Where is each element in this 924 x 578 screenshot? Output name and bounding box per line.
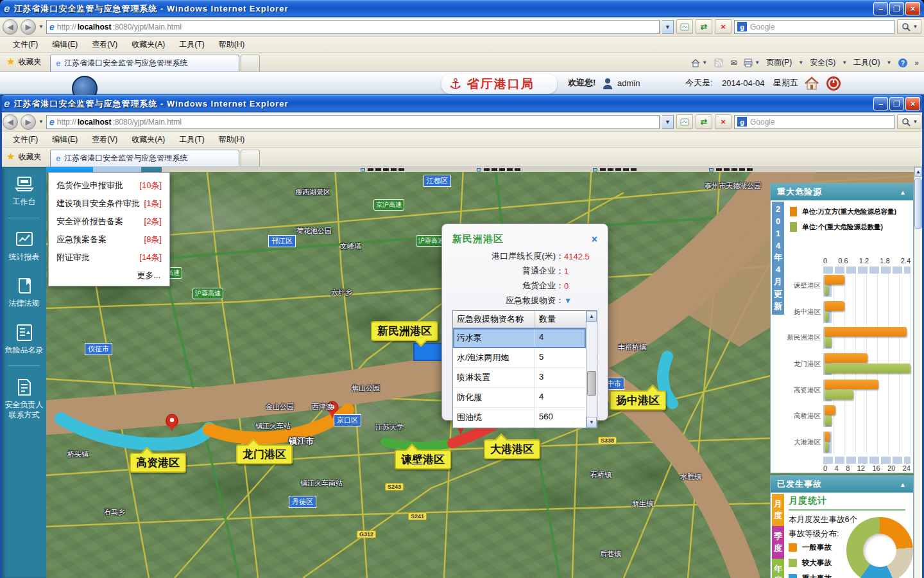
minimize-button[interactable]: – xyxy=(873,97,888,110)
outer-title-bar[interactable]: e 江苏省港口安全监管与应急管理系统 - Windows Internet Ex… xyxy=(0,0,924,17)
tab-fragment[interactable] xyxy=(93,167,141,172)
collapse-icon[interactable]: ▲ xyxy=(900,481,907,488)
help-button[interactable]: ? xyxy=(898,58,908,68)
scroll-thumb[interactable] xyxy=(587,371,596,396)
new-tab-stub[interactable] xyxy=(241,55,260,71)
search-button[interactable]: ▼ xyxy=(897,19,921,34)
close-button[interactable]: × xyxy=(905,2,920,15)
security-menu[interactable]: 安全(S) xyxy=(810,57,835,68)
search-button[interactable]: ▼ xyxy=(897,114,921,129)
back-button[interactable]: ◀ xyxy=(3,19,18,35)
menu-item-1[interactable]: 编辑(E) xyxy=(46,132,84,147)
table-scrollbar[interactable]: ▲ ▼ xyxy=(586,311,597,428)
port-area-label[interactable]: 大港港区 xyxy=(484,439,540,459)
compat-view-button[interactable] xyxy=(676,19,693,34)
port-area-label[interactable]: 龙门港区 xyxy=(236,444,293,464)
period-tab-2[interactable]: 年度 xyxy=(772,559,784,578)
mail-button[interactable]: ✉ xyxy=(730,58,737,67)
logout-power-icon[interactable] xyxy=(825,75,842,94)
refresh-button[interactable]: ⇄ xyxy=(696,19,712,34)
sidebar-item-contact[interactable]: 安全负责人联系方式 xyxy=(2,370,46,426)
feeds-button[interactable] xyxy=(714,58,724,68)
col-header-qty[interactable]: 数量 xyxy=(535,311,586,328)
tab-fragment-active[interactable] xyxy=(46,167,93,172)
scroll-up-icon[interactable]: ▲ xyxy=(914,167,922,177)
scroll-thumb[interactable] xyxy=(914,179,922,229)
home-button[interactable]: ▼ xyxy=(690,58,707,68)
hazard-panel-header[interactable]: 重大危险源 ▲ xyxy=(771,184,913,200)
sidebar-item-hazmat[interactable]: 危险品名录 xyxy=(2,315,46,362)
layer-checkbox[interactable] xyxy=(593,168,597,171)
username[interactable]: admin xyxy=(617,78,640,88)
layer-checkbox[interactable] xyxy=(709,168,714,171)
browser-tab[interactable]: e江苏省港口安全监管与应急管理系统 xyxy=(50,150,239,166)
restore-button[interactable]: ❐ xyxy=(889,2,904,15)
history-dropdown-icon[interactable]: ▼ xyxy=(38,119,44,125)
url-dropdown-button[interactable]: ▼ xyxy=(662,115,674,129)
col-header-name[interactable]: 应急救援物资名称 xyxy=(453,311,535,328)
forward-button[interactable]: ▶ xyxy=(21,19,36,35)
table-row[interactable]: 围油缆560 xyxy=(453,408,586,428)
stop-button[interactable]: × xyxy=(715,114,732,129)
print-button[interactable]: ▼ xyxy=(743,58,760,68)
layer-checkbox[interactable] xyxy=(361,168,365,171)
search-input[interactable]: g Google xyxy=(734,115,894,129)
menu-item-2[interactable]: 查看(V) xyxy=(85,37,124,52)
minimize-button[interactable]: – xyxy=(873,2,888,15)
popup-close-icon[interactable]: × xyxy=(592,234,597,245)
url-field[interactable]: e http://localhost:8080/yjpt/Main.html xyxy=(46,115,660,129)
resources-dropdown-icon[interactable]: ▼ xyxy=(564,296,597,305)
port-area-label[interactable]: 高资港区 xyxy=(130,453,186,473)
accident-panel-header[interactable]: 已发生事故 ▲ xyxy=(771,476,913,493)
menu-item-0[interactable]: 文件(F) xyxy=(6,132,44,147)
search-input[interactable]: g Google xyxy=(734,20,894,34)
collapse-icon[interactable]: ▲ xyxy=(900,189,907,196)
menu-item-4[interactable]: 工具(T) xyxy=(173,37,210,52)
table-row[interactable]: 污水泵4 xyxy=(453,328,586,348)
forward-button[interactable]: ▶ xyxy=(21,114,36,130)
layer-checkbox[interactable] xyxy=(477,168,481,171)
menu-item-3[interactable]: 收藏夹(A) xyxy=(125,37,171,52)
menu-item-0[interactable]: 文件(F) xyxy=(6,37,44,52)
tab-fragment[interactable] xyxy=(141,167,162,172)
scroll-up-icon[interactable]: ▲ xyxy=(586,311,597,322)
menu-item-5[interactable]: 帮助(H) xyxy=(212,37,252,52)
menu-item-4[interactable]: 工具(T) xyxy=(173,132,210,147)
restore-button[interactable]: ❐ xyxy=(889,97,904,110)
inner-title-bar[interactable]: e 江苏省港口安全监管与应急管理系统 - Windows Internet Ex… xyxy=(0,95,924,112)
sidebar-item-workbench[interactable]: 工作台 xyxy=(2,167,46,214)
menu-item-5[interactable]: 帮助(H) xyxy=(212,132,252,147)
period-tab-0[interactable]: 月度 xyxy=(772,494,784,526)
home-shortcut-icon[interactable] xyxy=(803,75,820,94)
port-area-label[interactable]: 谏壁港区 xyxy=(395,450,451,469)
browser-tab[interactable]: e江苏省港口安全监管与应急管理系统 xyxy=(50,55,239,71)
table-row[interactable]: 喷淋装置3 xyxy=(453,368,586,388)
url-dropdown-button[interactable]: ▼ xyxy=(662,20,674,34)
refresh-button[interactable]: ⇄ xyxy=(696,114,712,129)
history-dropdown-icon[interactable]: ▼ xyxy=(38,24,44,30)
compat-view-button[interactable] xyxy=(676,114,693,129)
stop-button[interactable]: × xyxy=(715,19,732,34)
quick-menu-item-1[interactable]: 建设项目安全条件审批[1条] xyxy=(49,195,169,213)
table-row[interactable]: 水/泡沫两用炮5 xyxy=(453,348,586,368)
port-area-label[interactable]: 新民洲港区 xyxy=(371,321,438,341)
quick-menu-item-4[interactable]: 附证审批[14条] xyxy=(49,249,169,267)
chevron-more-icon[interactable]: » xyxy=(914,58,919,67)
menu-item-1[interactable]: 编辑(E) xyxy=(46,37,84,52)
tools-menu[interactable]: 工具(O) xyxy=(853,57,880,68)
scroll-down-icon[interactable]: ▼ xyxy=(586,417,597,428)
close-button[interactable]: × xyxy=(905,97,920,110)
url-field[interactable]: e http://localhost:8080/yjpt/Main.html xyxy=(46,20,660,34)
more-link[interactable]: 更多... xyxy=(49,267,169,283)
back-button[interactable]: ◀ xyxy=(3,114,18,130)
table-row[interactable]: 防化服4 xyxy=(453,388,586,408)
new-tab-stub[interactable] xyxy=(241,150,260,166)
favorites-button[interactable]: ★收藏夹 xyxy=(0,151,50,166)
port-area-label[interactable]: 扬中港区 xyxy=(610,390,666,410)
page-menu[interactable]: 页面(P) xyxy=(766,57,792,68)
map-scrollbar[interactable]: ▲ xyxy=(914,167,922,578)
menu-item-3[interactable]: 收藏夹(A) xyxy=(125,132,171,147)
sidebar-item-law[interactable]: 法律法规 xyxy=(2,268,46,315)
period-tab-1[interactable]: 季度 xyxy=(772,526,784,558)
quick-menu-item-3[interactable]: 应急预案备案[8条] xyxy=(49,231,169,249)
